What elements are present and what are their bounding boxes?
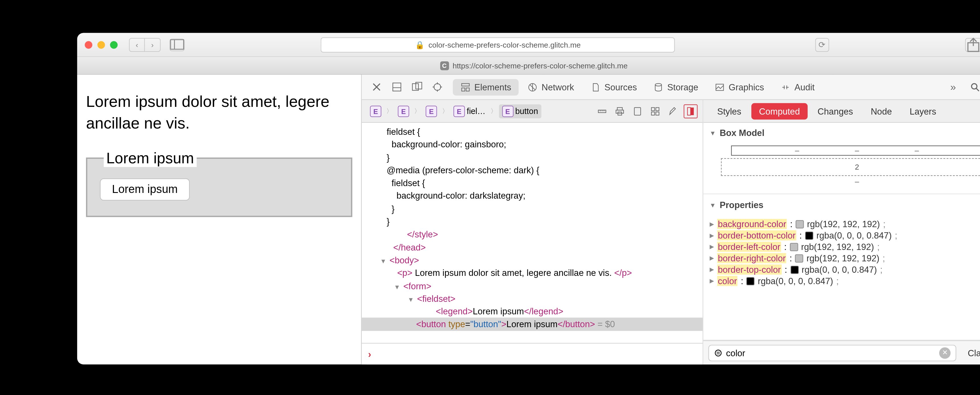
- ruler-button[interactable]: [595, 104, 609, 118]
- svg-rect-39: [690, 107, 694, 115]
- property-row[interactable]: ▶ border-left-color: rgb(192, 192, 192);: [710, 241, 980, 253]
- dock-side-button[interactable]: [409, 79, 425, 95]
- clear-filter-button[interactable]: ✕: [939, 347, 951, 358]
- disclosure-triangle-icon[interactable]: ▼: [710, 129, 716, 136]
- reload-button[interactable]: ⟳: [815, 38, 829, 52]
- tab-computed[interactable]: Computed: [751, 103, 808, 119]
- compositing-button[interactable]: [684, 104, 698, 118]
- disclosure-triangle-icon[interactable]: ▼: [710, 201, 716, 208]
- element-picker-button[interactable]: [429, 79, 445, 95]
- property-row[interactable]: ▶ border-top-color: rgba(0, 0, 0, 0.847)…: [710, 264, 980, 275]
- device-icon: [632, 106, 643, 116]
- chevron-right-icon: ▶: [710, 255, 714, 261]
- svg-point-21: [655, 83, 662, 86]
- tab-sources[interactable]: Sources: [583, 79, 644, 95]
- dom-breadcrumb: E〉 E〉 E〉 Efiel…〉 Ebutton: [362, 100, 703, 123]
- svg-point-23: [971, 83, 977, 89]
- tab-network[interactable]: Network: [520, 79, 582, 95]
- classes-button[interactable]: Classes: [961, 345, 980, 360]
- dom-tree[interactable]: fieldset { background-color: gainsboro; …: [362, 123, 703, 343]
- device-button[interactable]: [630, 104, 644, 118]
- property-row[interactable]: ▶ color: rgba(0, 0, 0, 0.847);: [710, 275, 980, 287]
- back-button[interactable]: ‹: [130, 38, 145, 51]
- tab-graphics[interactable]: Graphics: [707, 79, 772, 95]
- dock-side-icon: [411, 81, 422, 92]
- paint-button[interactable]: [666, 104, 680, 118]
- close-devtools-button[interactable]: [368, 79, 385, 95]
- address-bar[interactable]: 🔒 color-scheme-prefers-color-scheme.glit…: [321, 37, 675, 52]
- side-panel-tabs: Styles Computed Changes Node Layers: [703, 100, 980, 123]
- page-button[interactable]: Lorem ipsum: [100, 178, 190, 200]
- page-paragraph: Lorem ipsum dolor sit amet, legere ancil…: [86, 91, 352, 134]
- selected-dom-node[interactable]: <button type="button">Lorem ipsum</butto…: [362, 318, 703, 331]
- svg-rect-18: [462, 88, 465, 91]
- breadcrumb-item[interactable]: Efiel…: [450, 104, 489, 118]
- color-swatch: [746, 277, 755, 285]
- network-icon: [528, 82, 538, 92]
- color-swatch: [805, 231, 813, 239]
- close-window-button[interactable]: [84, 41, 92, 48]
- property-row[interactable]: ▶ border-bottom-color: rgba(0, 0, 0, 0.8…: [710, 230, 980, 241]
- tab-title: https://color-scheme-prefers-color-schem…: [453, 61, 628, 70]
- svg-rect-35: [656, 107, 659, 110]
- tab-storage[interactable]: Storage: [646, 79, 706, 95]
- svg-rect-8: [393, 83, 401, 91]
- tab-changes[interactable]: Changes: [810, 103, 861, 119]
- search-button[interactable]: [966, 79, 980, 95]
- chevron-right-icon: ▶: [710, 278, 714, 284]
- share-button[interactable]: [965, 38, 980, 52]
- properties-section: ▼Properties≡ ▶ background-color: rgb(192…: [703, 194, 980, 341]
- color-swatch: [795, 254, 803, 262]
- filter-field[interactable]: [726, 348, 935, 358]
- more-tabs-button[interactable]: »: [945, 79, 961, 95]
- tab-elements[interactable]: Elements: [453, 79, 519, 95]
- search-icon: [969, 81, 980, 92]
- color-swatch: [790, 242, 798, 251]
- tab-node[interactable]: Node: [863, 103, 900, 119]
- page-form: Lorem ipsum Lorem ipsum: [86, 149, 352, 217]
- grid-button[interactable]: [648, 104, 662, 118]
- dock-bottom-button[interactable]: [388, 79, 405, 95]
- maximize-window-button[interactable]: [110, 41, 118, 48]
- breadcrumb-item[interactable]: E: [423, 104, 440, 118]
- print-icon: [615, 106, 625, 116]
- page-content: Lorem ipsum dolor sit amet, legere ancil…: [77, 75, 362, 365]
- favicon: C: [440, 61, 449, 70]
- breadcrumb-item-selected[interactable]: Ebutton: [499, 104, 541, 118]
- property-row[interactable]: ▶ border-right-color: rgb(192, 192, 192)…: [710, 253, 980, 264]
- color-swatch: [796, 220, 804, 228]
- tab-styles[interactable]: Styles: [710, 103, 749, 119]
- svg-rect-34: [652, 107, 655, 110]
- browser-tab[interactable]: C https://color-scheme-prefers-color-sch…: [77, 61, 980, 70]
- property-row[interactable]: ▶ background-color: rgb(192, 192, 192);: [710, 218, 980, 230]
- tab-layers[interactable]: Layers: [902, 103, 944, 119]
- forward-button[interactable]: ›: [145, 38, 160, 51]
- audit-icon: [781, 82, 791, 92]
- titlebar: ‹ › 🔒 color-scheme-prefers-color-scheme.…: [77, 33, 980, 57]
- svg-rect-33: [635, 107, 641, 115]
- box-model-section: ▼Box Model ––– 2 –: [703, 123, 980, 194]
- sidebar-toggle-button[interactable]: [170, 38, 185, 51]
- chevron-right-icon: ▶: [710, 266, 714, 273]
- target-icon: [431, 81, 442, 92]
- window-controls: [84, 41, 118, 48]
- console-prompt[interactable]: ›: [362, 343, 703, 364]
- svg-rect-0: [171, 40, 184, 49]
- devtools-toolbar: Elements Network Sources Storage Graphic…: [362, 75, 980, 100]
- breadcrumb-item[interactable]: E: [395, 104, 412, 118]
- breadcrumb-item[interactable]: E: [367, 104, 385, 118]
- close-icon: [371, 81, 382, 92]
- elements-icon: [460, 82, 471, 92]
- box-model-diagram: ––– 2 –: [703, 143, 980, 194]
- tab-bar: C https://color-scheme-prefers-color-sch…: [77, 57, 980, 75]
- page-fieldset: Lorem ipsum Lorem ipsum: [86, 149, 352, 217]
- svg-rect-38: [687, 107, 690, 115]
- minimize-window-button[interactable]: [97, 41, 105, 48]
- url-text: color-scheme-prefers-color-scheme.glitch…: [428, 40, 581, 49]
- tab-audit[interactable]: Audit: [773, 79, 822, 95]
- properties-filter-input[interactable]: ⊜ ✕: [708, 344, 956, 361]
- svg-rect-37: [656, 112, 659, 115]
- dom-panel: E〉 E〉 E〉 Efiel…〉 Ebutton: [362, 100, 703, 365]
- print-button[interactable]: [613, 104, 627, 118]
- browser-window: ‹ › 🔒 color-scheme-prefers-color-scheme.…: [77, 33, 980, 364]
